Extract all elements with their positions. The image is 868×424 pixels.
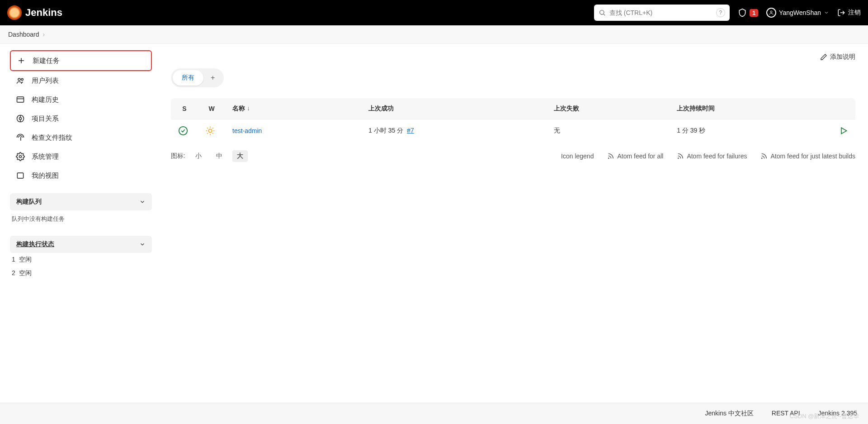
svg-line-25 <box>212 128 213 129</box>
job-name-link[interactable]: test-admin <box>232 127 262 134</box>
col-status[interactable]: S <box>171 98 198 119</box>
atom-failures-link[interactable]: Atom feed for failures <box>677 152 747 160</box>
svg-point-0 <box>600 10 604 14</box>
executor-status-header[interactable]: 构建执行状态 <box>10 236 152 253</box>
search-input[interactable] <box>609 9 712 16</box>
users-icon <box>15 76 25 86</box>
search-help-icon[interactable]: ? <box>716 8 725 17</box>
search-box[interactable]: ? <box>594 5 730 21</box>
add-description-button[interactable]: 添加说明 <box>820 53 855 61</box>
icon-legend-link[interactable]: Icon legend <box>561 152 594 160</box>
tab-add[interactable]: + <box>203 70 222 86</box>
chevron-down-icon <box>824 10 829 15</box>
search-icon <box>599 9 606 16</box>
svg-point-17 <box>208 129 212 132</box>
history-icon <box>15 95 25 105</box>
pencil-icon <box>820 53 827 61</box>
chevron-right-icon: › <box>43 31 45 38</box>
sidebar-item-build-history[interactable]: 构建历史 <box>10 90 152 109</box>
svg-point-14 <box>19 156 22 158</box>
sidebar-item-label: 检查文件指纹 <box>32 133 72 142</box>
rss-icon <box>760 152 768 160</box>
last-success-time: 1 小时 35 分 <box>368 127 403 134</box>
col-last-success[interactable]: 上次成功 <box>361 98 547 119</box>
view-icon <box>15 171 25 181</box>
sidebar-item-project-relations[interactable]: 项目关系 <box>10 109 152 128</box>
svg-point-2 <box>770 11 772 13</box>
svg-point-28 <box>678 158 679 158</box>
fingerprint-icon <box>15 133 25 143</box>
sidebar-item-manage[interactable]: 系统管理 <box>10 147 152 166</box>
col-last-duration[interactable]: 上次持续时间 <box>670 98 832 119</box>
rss-icon <box>677 152 684 160</box>
executor-row: 1 空闲 <box>10 253 152 267</box>
build-now-button[interactable] <box>839 126 848 135</box>
svg-line-20 <box>208 128 208 129</box>
plus-icon <box>16 56 26 66</box>
col-last-failure[interactable]: 上次失败 <box>547 98 670 119</box>
alert-badge: 1 <box>750 9 758 17</box>
sidebar-item-label: 用户列表 <box>32 76 59 85</box>
atom-all-link[interactable]: Atom feed for all <box>607 152 663 160</box>
status-success-icon <box>178 126 191 136</box>
svg-marker-26 <box>841 128 847 133</box>
logout-label: 注销 <box>848 9 861 17</box>
main-content: 添加说明 所有 + S W 名称↓ 上次成功 上次失败 上次持续时间 <box>158 44 868 286</box>
sidebar-item-new-job[interactable]: 新建任务 <box>10 50 152 71</box>
last-failure: 无 <box>547 119 670 143</box>
gear-icon <box>15 152 25 162</box>
sidebar-item-label: 新建任务 <box>33 57 60 65</box>
svg-point-11 <box>19 118 22 120</box>
icon-size-small[interactable]: 小 <box>191 150 206 162</box>
tab-all[interactable]: 所有 <box>173 70 203 86</box>
chevron-down-icon <box>139 241 146 248</box>
sidebar-item-label: 系统管理 <box>32 152 59 161</box>
jenkins-logo[interactable]: Jenkins <box>7 5 62 20</box>
svg-point-29 <box>762 158 762 158</box>
icon-size-medium[interactable]: 中 <box>212 150 227 162</box>
user-menu[interactable]: YangWenShan <box>766 8 829 18</box>
shield-icon <box>738 8 747 17</box>
add-description-label: 添加说明 <box>830 53 855 61</box>
sidebar-item-users[interactable]: 用户列表 <box>10 71 152 90</box>
security-alerts[interactable]: 1 <box>738 8 758 17</box>
sidebar-item-my-views[interactable]: 我的视图 <box>10 166 152 185</box>
svg-line-24 <box>208 133 208 133</box>
svg-point-6 <box>18 78 20 81</box>
icon-size-large[interactable]: 大 <box>232 150 248 162</box>
breadcrumb-dashboard[interactable]: Dashboard <box>8 31 39 38</box>
svg-point-7 <box>21 78 23 80</box>
svg-line-1 <box>604 14 605 15</box>
jobs-table: S W 名称↓ 上次成功 上次失败 上次持续时间 test-admin 1 小时… <box>171 98 855 142</box>
svg-rect-15 <box>17 173 23 178</box>
sidebar-item-label: 我的视图 <box>32 172 59 180</box>
svg-point-16 <box>179 127 187 135</box>
svg-line-21 <box>212 133 213 133</box>
logout-button[interactable]: 注销 <box>837 9 861 17</box>
icon-size-label: 图标: <box>171 152 185 160</box>
executor-status-title[interactable]: 构建执行状态 <box>16 240 54 248</box>
breadcrumb: Dashboard › <box>0 25 868 44</box>
build-queue-empty: 队列中没有构建任务 <box>10 210 152 228</box>
weather-sunny-icon <box>205 126 218 136</box>
svg-rect-8 <box>17 97 24 102</box>
job-row: test-admin 1 小时 35 分#7 无 1 分 39 秒 <box>171 119 855 143</box>
col-name[interactable]: 名称↓ <box>225 98 361 119</box>
view-tabs: 所有 + <box>171 68 224 87</box>
sidebar: 新建任务 用户列表 构建历史 项目关系 检查文件指纹 系统管理 我的视图 <box>0 44 158 286</box>
user-avatar-icon <box>766 8 776 18</box>
last-duration: 1 分 39 秒 <box>670 119 832 143</box>
relations-icon <box>15 114 25 124</box>
chevron-down-icon <box>139 199 146 205</box>
logout-icon <box>837 9 845 17</box>
brand-name: Jenkins <box>25 7 62 19</box>
rss-icon <box>607 152 614 160</box>
icon-size-selector: 图标: 小 中 大 <box>171 150 248 162</box>
build-queue-header[interactable]: 构建队列 <box>10 193 152 210</box>
col-weather[interactable]: W <box>198 98 225 119</box>
last-success-build-link[interactable]: #7 <box>407 127 414 134</box>
sidebar-item-fingerprint[interactable]: 检查文件指纹 <box>10 128 152 147</box>
username: YangWenShan <box>779 9 821 16</box>
sidebar-item-label: 项目关系 <box>32 114 59 123</box>
atom-latest-link[interactable]: Atom feed for just latest builds <box>760 152 855 160</box>
